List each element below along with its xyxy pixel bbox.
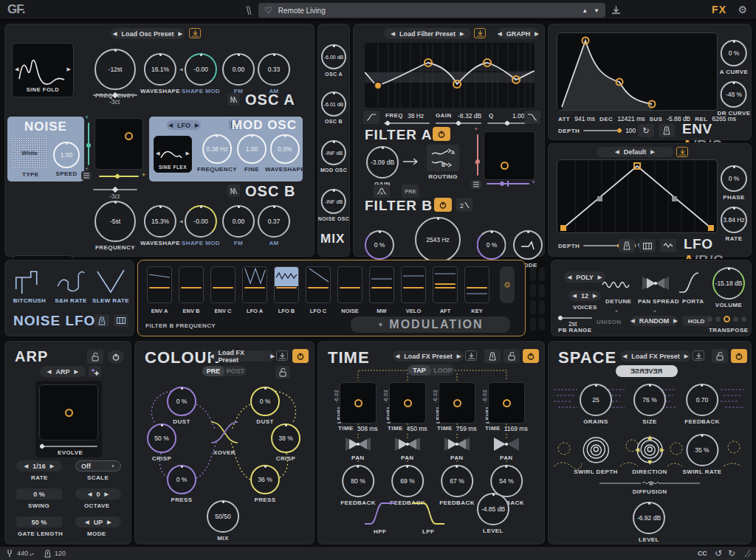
tap1-feedback-knob[interactable]: 80 % [342,465,374,497]
routing-button[interactable]: A B [427,145,459,171]
poly-mode-selector[interactable]: ◀ POLY ▶ [564,272,605,283]
mix-mod-osc-knob[interactable]: -INF dB [321,140,346,165]
time-preset-save-button[interactable] [465,350,477,361]
dr-curve-knob[interactable]: -48 % [721,81,747,108]
tap-option[interactable]: TAP [408,365,431,376]
tap2-pan-icon[interactable] [394,435,422,453]
next-icon[interactable]: ▶ [673,318,677,324]
arp-gate-field[interactable]: 50 % [16,516,62,528]
filter-a-power-button[interactable] [433,127,450,141]
lfo-metronome-icon[interactable] [619,239,635,252]
lfo-wave-icon[interactable] [660,239,676,252]
lfo-preset-selector[interactable]: ◀ Default ▶ [597,147,673,157]
arp-octave-selector[interactable]: ◀ 0 ▶ [75,488,121,499]
favorite-heart-icon[interactable]: ♡ [264,5,272,15]
tap3-time[interactable]: TIME759 ms [437,425,477,432]
next-icon[interactable]: ▶ [593,293,597,299]
tuning-stepper-icons[interactable]: ▴▾ [30,551,34,556]
pb-range-slider[interactable] [558,317,592,319]
prev-icon[interactable]: ◀ [615,149,619,155]
prev-icon[interactable]: ◀ [24,463,28,469]
filter-a-gain-knob[interactable]: -3.09 dB [366,146,399,179]
osc-b-waveshape-knob[interactable]: 15.3% [144,205,176,238]
bitcrush-wave-icon[interactable] [15,267,44,295]
mod-slot-mw[interactable] [369,266,394,303]
pan-mode-selector[interactable]: ◀ RANDOM ▶ [630,316,678,326]
menu-icon[interactable] [81,171,92,180]
resonance-knob[interactable]: 0 % [477,230,506,260]
mod-slot-key[interactable] [464,266,489,303]
wave-prev-icon[interactable]: ◀ [15,66,18,72]
post-option[interactable]: POST [224,367,247,375]
tuning-fork-icon[interactable] [6,549,13,558]
filter-eq-graph[interactable] [365,43,535,108]
porta-curve-icon[interactable] [678,270,701,294]
osc-a-fine-slider[interactable] [93,94,137,96]
osc-mix-x-slider[interactable] [99,176,139,177]
lfo-graph[interactable] [557,159,718,233]
arp-rate-selector[interactable]: ◀ 1/16 ▶ [16,460,62,471]
settings-gear-icon[interactable]: ⚙ [738,4,747,15]
xy-cursor[interactable] [65,409,73,417]
osc-a-shape-mod-knob[interactable]: -0.00 [185,53,217,86]
space-power-button[interactable] [731,349,747,363]
osc-b-fm-knob[interactable]: 0.00 [222,205,255,238]
noise-speed-knob[interactable]: 1.00 [53,142,80,168]
env-depth-slider[interactable] [583,130,622,131]
evolve-slider[interactable] [40,446,97,447]
sample-hold-wave-icon[interactable] [56,267,86,295]
hpf-curve-icon[interactable] [363,500,399,527]
swirl-rate-knob[interactable]: 35 % [686,434,718,466]
osc-xy-pad[interactable] [94,118,143,170]
volume-knob[interactable]: -15.18 dB [712,267,745,300]
mod-slot-env-c[interactable] [210,266,236,303]
decay-value[interactable]: 12421 ms [617,115,645,122]
a-curve-knob[interactable]: 0 % [721,40,747,66]
next-icon[interactable]: ▶ [195,122,199,128]
osc-b-saw-icon[interactable] [227,184,240,197]
mod-slot-noise[interactable] [337,266,362,303]
fx-page-button[interactable]: FX [712,4,726,15]
filter-preset-save-button[interactable] [474,28,486,38]
noise-lfo-piano-icon[interactable] [114,314,128,327]
colour-preset-save-button[interactable] [276,350,288,361]
tap4-time[interactable]: TIME1169 ms [485,425,528,432]
crisp-left-knob[interactable]: 50 % [147,424,176,453]
filter-b-xy-pad[interactable] [484,131,535,180]
xy-cursor[interactable] [501,162,509,170]
mod-slot-aft[interactable] [433,266,458,303]
rate-knob[interactable]: 3.84 Hz [721,207,747,233]
lfo-depth-slider[interactable] [583,245,622,246]
wave-prev-icon[interactable]: ◀ [156,151,159,156]
osc-b-shape-mod-knob[interactable]: -0.00 [185,205,217,238]
prev-icon[interactable]: ◀ [623,353,627,359]
filter-b-y-slider[interactable] [477,134,478,176]
lfo-preset-save-button[interactable] [676,147,688,157]
mod-slot-env-b[interactable] [179,266,204,303]
space-level-knob[interactable]: -6.92 dB [633,502,665,534]
noise-type-display[interactable]: White [12,137,47,168]
arp-xy-pad[interactable] [39,384,98,440]
q-slider[interactable] [487,122,529,124]
preset-down-icon[interactable]: ▼ [594,7,599,14]
filter-mode-knob[interactable] [513,230,543,260]
pre-post-toggle[interactable]: PRE [402,184,419,198]
save-preset-icon[interactable] [611,5,621,15]
mod-osc-wave-display[interactable]: SINE FLEX ◀ ▶ [154,136,192,173]
filter-preset-selector[interactable]: ◀ Load Filter Preset ▶ [384,28,471,39]
tap3-feedback-knob[interactable]: 67 % [441,465,473,497]
arp-mode-selector[interactable]: ◀ UP ▶ [75,516,121,528]
prev-icon[interactable]: ◀ [210,353,213,359]
osc-a-am-knob[interactable]: 0.33 [258,53,290,86]
arp-scale-dropdown[interactable]: Off ▼ [75,460,121,471]
next-icon[interactable]: ▶ [75,369,78,375]
tap2-pad[interactable] [389,382,426,424]
freq-slider[interactable] [384,122,430,124]
prev-icon[interactable]: ◀ [113,31,117,37]
filter-a-shape-icon[interactable]: A [374,184,390,198]
xover-icon[interactable] [208,418,241,447]
prev-icon[interactable]: ◀ [573,293,577,299]
osc-b-frequency-knob[interactable]: -5st [94,201,136,242]
next-icon[interactable]: ▶ [535,31,538,37]
tuning-value[interactable]: 440 [17,550,28,557]
